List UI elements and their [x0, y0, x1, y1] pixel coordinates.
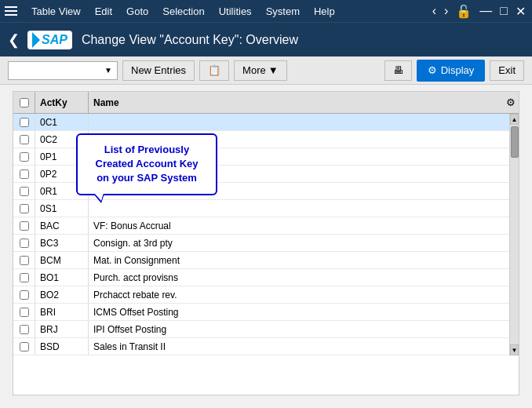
menu-table-view[interactable]: Table View — [25, 3, 87, 20]
table-body: List of Previously Created Account Key o… — [13, 114, 509, 355]
row-name — [89, 114, 509, 130]
display-button[interactable]: ⚙ Display — [417, 60, 486, 82]
copy-icon: 📋 — [208, 64, 220, 76]
nav-icons: ‹ › 🔓 ― □ ✕ — [431, 2, 527, 20]
row-checkbox[interactable] — [20, 169, 29, 179]
table-row[interactable]: 0S1 — [13, 200, 509, 217]
menu-selection[interactable]: Selection — [156, 3, 210, 20]
table-scroll-wrapper: List of Previously Created Account Key o… — [13, 114, 519, 355]
table-row[interactable]: 0C1 — [13, 114, 509, 131]
back-button[interactable]: ❮ — [8, 31, 20, 49]
print-icon: 🖶 — [393, 64, 403, 76]
row-name: Purch. acct provisns — [89, 269, 509, 286]
row-checkbox[interactable] — [20, 342, 29, 352]
lock-icon: 🔓 — [454, 2, 473, 20]
minimize-icon[interactable]: ― — [478, 2, 494, 20]
vertical-scrollbar[interactable]: ▲ ▼ — [509, 114, 519, 355]
new-entries-button[interactable]: New Entries — [122, 60, 195, 81]
row-checkbox-cell — [13, 166, 35, 182]
display-label: Display — [441, 64, 475, 76]
row-actky: BCM — [35, 252, 89, 268]
scroll-up-button[interactable]: ▲ — [510, 114, 519, 125]
display-icon: ⚙ — [428, 64, 437, 76]
exit-button[interactable]: Exit — [490, 60, 524, 81]
table-container: ActKy Name ⚙ List of Previously Created … — [13, 91, 519, 395]
row-checkbox[interactable] — [20, 118, 29, 127]
row-actky: BRJ — [35, 321, 89, 337]
content-area: ActKy Name ⚙ List of Previously Created … — [0, 85, 532, 408]
row-name: VF: Bonus Accrual — [89, 217, 509, 234]
row-checkbox[interactable] — [20, 290, 29, 300]
table-row[interactable]: BAC VF: Bonus Accrual — [13, 217, 509, 235]
row-checkbox-cell — [13, 286, 35, 303]
row-name: Prchacct rebate rev. — [89, 286, 509, 303]
row-checkbox[interactable] — [20, 325, 29, 334]
row-checkbox-cell — [13, 338, 35, 355]
row-name: Mat. in Consignment — [89, 252, 509, 268]
row-actky: BAC — [35, 217, 89, 234]
row-checkbox-cell — [13, 183, 35, 199]
table-row[interactable]: BO2 Prchacct rebate rev. — [13, 286, 509, 304]
row-checkbox[interactable] — [20, 273, 29, 282]
table-row[interactable]: BCM Mat. in Consignment — [13, 252, 509, 269]
select-all-checkbox[interactable] — [20, 98, 29, 107]
row-checkbox-cell — [13, 269, 35, 286]
chevron-down-icon: ▼ — [104, 66, 112, 75]
callout-tooltip: List of Previously Created Account Key o… — [76, 133, 217, 195]
row-checkbox[interactable] — [20, 221, 29, 231]
row-checkbox[interactable] — [20, 204, 29, 213]
row-name: ICMS Offset Posting — [89, 304, 509, 320]
row-checkbox-cell — [13, 217, 35, 234]
toolbar: ▼ New Entries 📋 More ▼ 🖶 ⚙ Display Exit — [0, 56, 532, 85]
maximize-icon[interactable]: □ — [498, 2, 509, 20]
row-checkbox-cell — [13, 148, 35, 165]
dropdown-select[interactable]: ▼ — [8, 61, 118, 80]
sap-logo: SAP — [27, 31, 72, 49]
row-checkbox-cell — [13, 304, 35, 320]
row-actky: BO2 — [35, 286, 89, 303]
copy-icon-button[interactable]: 📋 — [199, 60, 229, 81]
table-row[interactable]: BO1 Purch. acct provisns — [13, 269, 509, 286]
title-bar: ❮ SAP Change View "Account Key": Overvie… — [0, 22, 532, 56]
menu-help[interactable]: Help — [308, 3, 341, 20]
menu-edit[interactable]: Edit — [89, 3, 118, 20]
menu-utilities[interactable]: Utilities — [213, 3, 258, 20]
row-checkbox-cell — [13, 235, 35, 251]
row-checkbox[interactable] — [20, 135, 29, 144]
table-header: ActKy Name ⚙ — [13, 92, 519, 114]
more-button[interactable]: More ▼ — [234, 60, 287, 81]
row-checkbox[interactable] — [20, 187, 29, 196]
close-icon[interactable]: ✕ — [514, 2, 527, 20]
table-row[interactable]: BRJ IPI Offset Posting — [13, 321, 509, 338]
table-row[interactable]: BC3 Consign. at 3rd pty — [13, 235, 509, 252]
row-actky: 0C1 — [35, 114, 89, 130]
menu-bar: Table View Edit Goto Selection Utilities… — [0, 0, 532, 22]
table-row[interactable]: BRI ICMS Offset Posting — [13, 304, 509, 321]
menu-goto[interactable]: Goto — [120, 3, 155, 20]
row-actky: 0S1 — [35, 200, 89, 217]
print-button[interactable]: 🖶 — [384, 60, 412, 81]
row-checkbox[interactable] — [20, 308, 29, 317]
row-checkbox-cell — [13, 131, 35, 148]
row-checkbox-cell — [13, 252, 35, 268]
row-name: IPI Offset Posting — [89, 321, 509, 337]
hamburger-menu[interactable] — [5, 6, 17, 16]
row-checkbox-cell — [13, 200, 35, 217]
settings-icon[interactable]: ⚙ — [503, 97, 519, 108]
row-name — [89, 200, 509, 217]
row-name: Consign. at 3rd pty — [89, 235, 509, 251]
nav-forward-icon[interactable]: › — [443, 2, 450, 20]
row-actky: BC3 — [35, 235, 89, 251]
nav-back-icon[interactable]: ‹ — [431, 2, 438, 20]
row-checkbox[interactable] — [20, 239, 29, 248]
scroll-thumb[interactable] — [511, 126, 519, 158]
row-actky: BO1 — [35, 269, 89, 286]
scroll-down-button[interactable]: ▼ — [510, 344, 519, 355]
table-row[interactable]: BSD Sales in Transit II — [13, 338, 509, 355]
menu-system[interactable]: System — [260, 3, 306, 20]
more-chevron-icon: ▼ — [268, 64, 279, 76]
row-checkbox-cell — [13, 114, 35, 130]
row-checkbox[interactable] — [20, 152, 29, 162]
row-actky: BSD — [35, 338, 89, 355]
row-checkbox[interactable] — [20, 256, 29, 265]
